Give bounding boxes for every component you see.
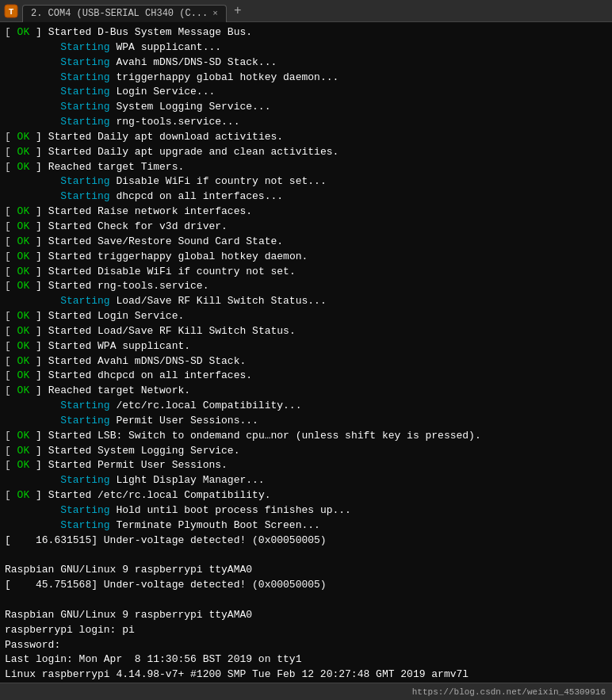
terminal-line: [ OK ] Started /etc/rc.local Compatibili… (5, 488, 607, 503)
terminal-line: [ OK ] Started Permit User Sessions. (5, 458, 607, 473)
terminal-line: Starting triggerhappy global hotkey daem… (5, 71, 607, 86)
terminal-line: Starting Permit User Sessions... (5, 414, 607, 429)
terminal-line: [ OK ] Started System Logging Service. (5, 444, 607, 459)
terminal-line: Raspbian GNU/Linux 9 raspberrypi ttyAMA0 (5, 608, 607, 623)
terminal-line: raspberrypi login: pi (5, 623, 607, 638)
terminal-line: [ OK ] Started Daily apt upgrade and cle… (5, 145, 607, 160)
terminal-line (5, 549, 607, 564)
terminal-line: [ OK ] Started LSB: Switch to ondemand c… (5, 429, 607, 444)
app-icon: T (3, 3, 19, 19)
terminal-line: [ 16.631515] Under-voltage detected! (0x… (5, 534, 607, 549)
terminal-line: [ OK ] Started Load/Save RF Kill Switch … (5, 324, 607, 339)
terminal-line: Starting Login Service... (5, 85, 607, 100)
terminal-line: Linux raspberrypi 4.14.98-v7+ #1200 SMP … (5, 667, 607, 683)
tab-area: 2. COM4 (USB-SERIAL CH340 (C... × + (22, 2, 609, 20)
terminal-line: Starting System Logging Service... (5, 100, 607, 115)
terminal-line: Starting Disable WiFi if country not set… (5, 174, 607, 189)
terminal-line: Starting Terminate Plymouth Boot Screen.… (5, 518, 607, 534)
terminal-line: Starting Light Display Manager... (5, 473, 607, 488)
titlebar: T 2. COM4 (USB-SERIAL CH340 (C... × + (0, 0, 612, 22)
terminal-line: Starting dhcpcd on all interfaces... (5, 189, 607, 205)
terminal-line: [ OK ] Started Raise network interfaces. (5, 205, 607, 220)
terminal-line: [ OK ] Reached target Network. (5, 384, 607, 399)
watermark-text: https://blog.csdn.net/weixin_45309916 (412, 687, 606, 697)
new-tab-button[interactable]: + (230, 3, 246, 19)
terminal-line: Starting /etc/rc.local Compatibility... (5, 399, 607, 414)
terminal-line: [ 45.751568] Under-voltage detected! (0x… (5, 578, 607, 593)
terminal-line: [ OK ] Started Login Service. (5, 309, 607, 324)
terminal-line: Starting Load/Save RF Kill Switch Status… (5, 294, 607, 309)
tab-label: 2. COM4 (USB-SERIAL CH340 (C... (31, 8, 208, 19)
terminal-line: [ OK ] Started Disable WiFi if country n… (5, 265, 607, 280)
terminal-line: Raspbian GNU/Linux 9 raspberrypi ttyAMA0 (5, 563, 607, 578)
terminal-line: [ OK ] Started Check for v3d driver. (5, 220, 607, 235)
terminal-line: Last login: Mon Apr 8 11:30:56 BST 2019 … (5, 652, 607, 667)
tab-close-button[interactable]: × (212, 9, 218, 18)
terminal-line: [ OK ] Started WPA supplicant. (5, 339, 607, 354)
terminal-line (5, 593, 607, 608)
terminal-line: [ OK ] Reached target Timers. (5, 160, 607, 175)
statusbar: https://blog.csdn.net/weixin_45309916 (0, 683, 612, 700)
terminal-line: [ OK ] Started D-Bus System Message Bus. (5, 25, 607, 40)
svg-text:T: T (9, 7, 14, 17)
terminal-line: Starting Hold until boot process finishe… (5, 503, 607, 518)
terminal-line: [ OK ] Started Avahi mDNS/DNS-SD Stack. (5, 354, 607, 369)
terminal-line: [ OK ] Started dhcpcd on all interfaces. (5, 369, 607, 384)
terminal-line: [ OK ] Started Daily apt download activi… (5, 130, 607, 145)
terminal-line: Starting Avahi mDNS/DNS-SD Stack... (5, 55, 607, 71)
terminal-line: [ OK ] Started triggerhappy global hotke… (5, 250, 607, 265)
terminal-tab[interactable]: 2. COM4 (USB-SERIAL CH340 (C... × (22, 5, 227, 22)
terminal-line: Password: (5, 638, 607, 653)
terminal-line: [ OK ] Started Save/Restore Sound Card S… (5, 235, 607, 250)
terminal-line: [ OK ] Started rng-tools.service. (5, 279, 607, 294)
terminal-line: Starting WPA supplicant... (5, 40, 607, 55)
terminal-line: Starting rng-tools.service... (5, 115, 607, 130)
terminal-content[interactable]: [ OK ] Started D-Bus System Message Bus.… (0, 22, 612, 683)
